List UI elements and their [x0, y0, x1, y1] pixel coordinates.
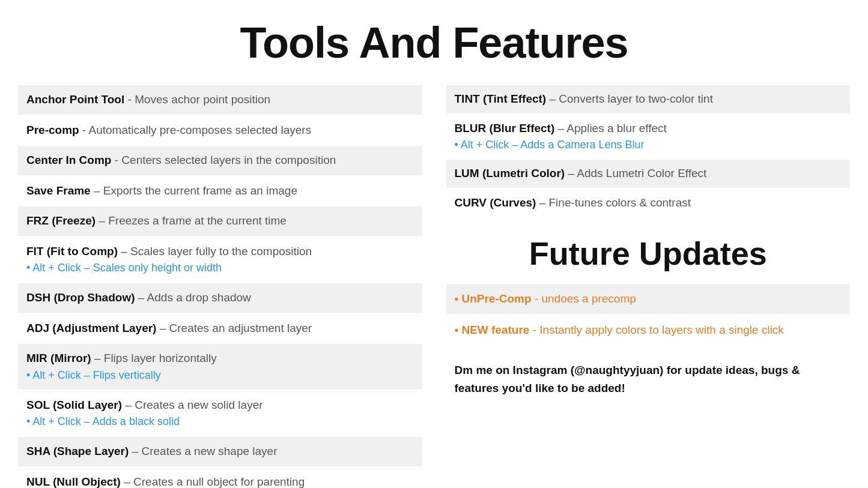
feature-label: SOL (Solid Layer): [26, 399, 122, 411]
future-item-desc: - Instantly apply colors to layers with …: [529, 324, 783, 336]
feature-desc: – Adds Lumetri Color Effect: [565, 167, 706, 179]
feature-label: BLUR (Blur Effect): [455, 122, 555, 134]
right-feature-item-blur: BLUR (Blur Effect) – Applies a blur effe…: [446, 115, 851, 159]
feature-item-sol: SOL (Solid Layer) – Creates a new solid …: [18, 391, 422, 436]
feature-item-save-frame: Save Frame – Exports the current frame a…: [18, 176, 422, 206]
right-features-list: TINT (Tint Effect) – Converts layer to t…: [446, 85, 851, 217]
feature-desc: - Automatically pre-composes selected la…: [79, 124, 312, 136]
future-updates-title: Future Updates: [446, 235, 851, 272]
feature-label: Pre-comp: [26, 124, 79, 136]
alt-click-note: • Alt + Click – Scales only height or wi…: [26, 260, 414, 276]
feature-desc: – Adds a drop shadow: [135, 291, 251, 304]
left-column: Anchor Point Tool - Moves achor point po…: [18, 85, 422, 488]
feature-desc: – Freezes a frame at the current time: [96, 214, 287, 227]
feature-label: Save Frame: [26, 184, 91, 197]
feature-label: LUM (Lumetri Color): [455, 167, 565, 179]
contact-info: Dm me on Instagram (@naughtyyjuan) for u…: [446, 351, 851, 409]
feature-desc: – Fine-tunes colors & contrast: [536, 196, 691, 209]
feature-desc: – Flips layer horizontally: [91, 352, 217, 364]
feature-item-nul: NUL (Null Object) – Creates a null objec…: [18, 468, 422, 489]
alt-click-note: • Alt + Click – Adds a black solid: [26, 414, 414, 430]
future-item-new-feature: • NEW feature - Instantly apply colors t…: [446, 315, 851, 345]
right-feature-item-curv: CURV (Curves) – Fine-tunes colors & cont…: [446, 189, 851, 217]
feature-item-dsh: DSH (Drop Shadow) – Adds a drop shadow: [18, 283, 422, 313]
feature-label: SHA (Shape Layer): [26, 445, 129, 457]
alt-click-note: • Alt + Click – Adds a Camera Lens Blur: [455, 137, 842, 153]
future-item-label: UnPre-Comp: [461, 292, 531, 305]
feature-label: CURV (Curves): [455, 196, 536, 209]
feature-item-anchor-point: Anchor Point Tool - Moves achor point po…: [18, 85, 422, 115]
feature-desc: - Moves achor point position: [124, 93, 270, 106]
feature-label: TINT (Tint Effect): [455, 92, 547, 105]
feature-label: Center In Comp: [26, 154, 111, 166]
feature-label: FIT (Fit to Comp): [26, 245, 118, 258]
feature-desc: – Exports the current frame as an image: [91, 184, 297, 197]
feature-desc: - Centers selected layers in the composi…: [111, 154, 336, 166]
feature-desc: – Applies a blur effect: [554, 122, 667, 134]
feature-desc: – Creates a new shape layer: [129, 445, 277, 457]
feature-item-frz: FRZ (Freeze) – Freezes a frame at the cu…: [18, 206, 422, 236]
page-title: Tools And Features: [18, 12, 850, 85]
feature-label: DSH (Drop Shadow): [26, 291, 135, 304]
feature-label: ADJ (Adjustment Layer): [26, 322, 156, 334]
feature-item-mir: MIR (Mirror) – Flips layer horizontally•…: [18, 344, 422, 390]
feature-label: Anchor Point Tool: [26, 93, 124, 106]
feature-desc: – Creates a new solid layer: [122, 399, 263, 411]
right-feature-item-lum: LUM (Lumetri Color) – Adds Lumetri Color…: [446, 160, 851, 188]
feature-desc: – Creates an adjustment layer: [156, 322, 312, 334]
future-item-desc: - undoes a precomp: [532, 292, 636, 305]
feature-item-pre-comp: Pre-comp - Automatically pre-composes se…: [18, 116, 422, 145]
feature-item-fit: FIT (Fit to Comp) – Scales layer fully t…: [18, 237, 422, 283]
feature-item-center-in-comp: Center In Comp - Centers selected layers…: [18, 146, 422, 175]
right-column: TINT (Tint Effect) – Converts layer to t…: [446, 85, 851, 409]
feature-desc: – Creates a null object for parenting: [121, 475, 305, 488]
right-feature-item-tint: TINT (Tint Effect) – Converts layer to t…: [446, 85, 851, 113]
alt-click-note: • Alt + Click – Flips vertically: [26, 367, 414, 384]
future-bullet: •: [455, 324, 462, 336]
main-content: Anchor Point Tool - Moves achor point po…: [18, 85, 850, 488]
future-item-unpre-comp: • UnPre-Comp - undoes a precomp: [446, 284, 851, 314]
future-bullet: •: [455, 292, 462, 305]
feature-item-adj: ADJ (Adjustment Layer) – Creates an adju…: [18, 314, 422, 343]
feature-item-sha: SHA (Shape Layer) – Creates a new shape …: [18, 437, 422, 466]
future-item-label: NEW feature: [461, 324, 529, 336]
feature-label: MIR (Mirror): [26, 352, 91, 364]
feature-label: FRZ (Freeze): [26, 214, 96, 227]
feature-label: NUL (Null Object): [26, 475, 121, 488]
feature-desc: – Scales layer fully to the composition: [118, 245, 312, 258]
future-items-list: • UnPre-Comp - undoes a precomp• NEW fea…: [446, 284, 851, 346]
feature-desc: – Converts layer to two-color tint: [546, 92, 713, 105]
